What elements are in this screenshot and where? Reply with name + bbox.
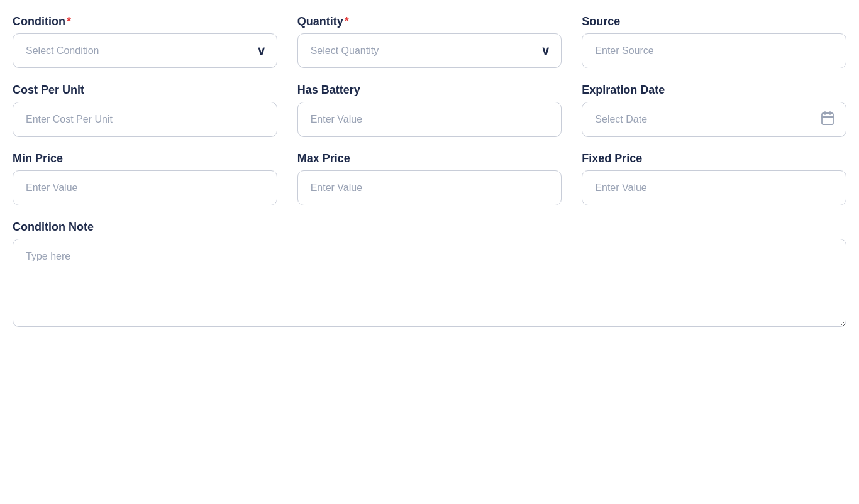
cost-per-unit-label-text: Cost Per Unit [13, 84, 84, 96]
source-field-group: Source [582, 15, 846, 68]
min-price-label: Min Price [13, 152, 277, 165]
fixed-price-field-group: Fixed Price [582, 152, 846, 205]
condition-required-star: * [67, 15, 71, 28]
condition-note-textarea[interactable] [13, 239, 846, 327]
has-battery-label: Has Battery [297, 84, 562, 97]
expiration-date-field-group: Expiration Date [582, 84, 846, 137]
quantity-label-text: Quantity [297, 15, 343, 28]
max-price-field-group: Max Price [297, 152, 562, 205]
max-price-input[interactable] [297, 170, 562, 205]
has-battery-label-text: Has Battery [297, 84, 360, 96]
min-price-label-text: Min Price [13, 152, 63, 165]
quantity-field-group: Quantity* Select Quantity 1 2 5 10 25 50… [297, 15, 562, 68]
fixed-price-label-text: Fixed Price [582, 152, 642, 165]
fixed-price-label: Fixed Price [582, 152, 846, 165]
source-label: Source [582, 15, 846, 28]
condition-select[interactable]: Select Condition New Used Refurbished Da… [13, 33, 277, 68]
quantity-required-star: * [345, 15, 349, 28]
has-battery-field-group: Has Battery [297, 84, 562, 137]
expiration-date-label: Expiration Date [582, 84, 846, 97]
expiration-date-wrapper [582, 102, 846, 137]
fixed-price-input[interactable] [582, 170, 846, 205]
condition-note-field-group: Condition Note [13, 221, 846, 327]
condition-note-label: Condition Note [13, 221, 846, 234]
source-label-text: Source [582, 15, 620, 28]
max-price-label: Max Price [297, 152, 562, 165]
max-price-label-text: Max Price [297, 152, 350, 165]
form-container: Condition* Select Condition New Used Ref… [13, 15, 846, 327]
has-battery-input[interactable] [297, 102, 562, 137]
expiration-date-label-text: Expiration Date [582, 84, 665, 96]
condition-label-text: Condition [13, 15, 65, 28]
cost-per-unit-field-group: Cost Per Unit [13, 84, 277, 137]
min-price-field-group: Min Price [13, 152, 277, 205]
condition-select-wrapper: Select Condition New Used Refurbished Da… [13, 33, 277, 68]
expiration-date-input[interactable] [582, 102, 846, 137]
cost-per-unit-input[interactable] [13, 102, 277, 137]
min-price-input[interactable] [13, 170, 277, 205]
condition-note-label-text: Condition Note [13, 221, 94, 233]
quantity-select-wrapper: Select Quantity 1 2 5 10 25 50 100 ∨ [297, 33, 562, 68]
cost-per-unit-label: Cost Per Unit [13, 84, 277, 97]
condition-label: Condition* [13, 15, 277, 28]
quantity-label: Quantity* [297, 15, 562, 28]
source-input[interactable] [582, 33, 846, 68]
quantity-select[interactable]: Select Quantity 1 2 5 10 25 50 100 [297, 33, 562, 68]
condition-field-group: Condition* Select Condition New Used Ref… [13, 15, 277, 68]
